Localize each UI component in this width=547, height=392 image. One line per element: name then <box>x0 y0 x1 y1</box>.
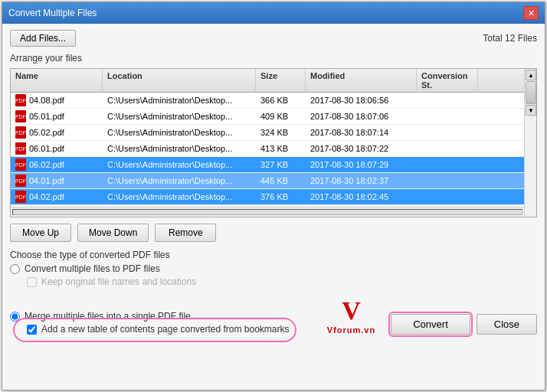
v-scroll-down-btn[interactable]: ▼ <box>526 105 536 116</box>
cell-name: PDF 06.02.pdf <box>11 157 103 172</box>
cell-location: C:\Users\Administrator\Desktop... <box>103 125 256 140</box>
cell-size: 409 KB <box>256 109 306 124</box>
v-scroll-up-btn[interactable]: ▲ <box>526 70 536 80</box>
pdf-icon: PDF <box>15 94 26 106</box>
keep-names-checkbox[interactable] <box>27 277 37 287</box>
window-title: Convert Multiple Files <box>8 8 97 18</box>
pdf-icon: PDF <box>15 158 26 171</box>
col-size: Size <box>256 69 306 92</box>
move-down-button[interactable]: Move Down <box>77 224 149 242</box>
cell-status <box>417 125 478 140</box>
pdf-icon: PDF <box>15 175 26 187</box>
table-row[interactable]: PDF 05.02.pdf C:\Users\Administrator\Des… <box>11 125 524 141</box>
close-window-button[interactable]: ✕ <box>523 6 539 20</box>
logo-v: V <box>342 296 361 325</box>
main-window: Convert Multiple Files ✕ Add Files... To… <box>2 2 545 390</box>
cell-size: 376 KB <box>256 189 306 204</box>
table-row[interactable]: PDF 06.02.pdf C:\Users\Administrator\Des… <box>11 157 524 173</box>
cell-location: C:\Users\Administrator\Desktop... <box>103 157 256 172</box>
cell-name: PDF 04.08.pdf <box>11 93 103 108</box>
radio2-row: Merge multiple files into a single PDF f… <box>10 311 327 322</box>
options-section: Choose the type of converted PDF files C… <box>10 250 537 287</box>
file-table-wrapper: Name Location Size Modified Conversion S… <box>10 68 537 217</box>
cell-location: C:\Users\Administrator\Desktop... <box>103 109 256 124</box>
cell-size: 324 KB <box>256 125 306 140</box>
table-row[interactable]: PDF 04.02.pdf C:\Users\Administrator\Des… <box>11 189 524 205</box>
content-area: Add Files... Total 12 Files Arrange your… <box>2 24 545 390</box>
remove-button[interactable]: Remove <box>155 224 216 242</box>
cell-modified: 2017-08-30 18:06:56 <box>306 93 417 108</box>
pdf-icon: PDF <box>15 110 26 122</box>
radio1-label[interactable]: Convert multiple files to PDF files <box>25 263 160 274</box>
file-table-main: Name Location Size Modified Conversion S… <box>11 69 524 217</box>
pdf-icon: PDF <box>15 191 26 203</box>
table-row[interactable]: PDF 04.08.pdf C:\Users\Administrator\Des… <box>11 93 524 109</box>
radio2-label[interactable]: Merge multiple files into a single PDF f… <box>25 311 191 322</box>
cell-modified: 2017-08-30 18:07:06 <box>306 109 417 124</box>
toc-checkbox[interactable] <box>27 325 37 335</box>
cell-name: PDF 05.01.pdf <box>11 109 103 124</box>
v-scrollbar-thumb[interactable] <box>526 81 536 104</box>
file-table-body: PDF 04.08.pdf C:\Users\Administrator\Des… <box>11 93 524 207</box>
options-title: Choose the type of converted PDF files <box>10 250 537 260</box>
file-table-header: Name Location Size Modified Conversion S… <box>11 69 524 93</box>
cell-modified: 2017-08-30 18:07:29 <box>306 157 417 172</box>
cell-size: 366 KB <box>256 93 306 108</box>
cell-modified: 2017-08-30 18:07:22 <box>306 141 417 156</box>
horizontal-scrollbar[interactable] <box>11 207 524 217</box>
cell-size: 413 KB <box>256 141 306 156</box>
radio-merge-single[interactable] <box>10 312 20 322</box>
table-row[interactable]: PDF 06.01.pdf C:\Users\Administrator\Des… <box>11 141 524 157</box>
convert-button[interactable]: Convert <box>391 314 470 335</box>
merge-section: Merge multiple files into a single PDF f… <box>10 309 327 335</box>
pdf-icon: PDF <box>15 126 26 139</box>
col-modified: Modified <box>306 69 417 92</box>
cell-modified: 2017-08-30 18:02:37 <box>306 173 417 188</box>
cell-status <box>417 93 478 108</box>
col-name: Name <box>11 69 103 92</box>
cell-modified: 2017-08-30 18:07:14 <box>306 125 417 140</box>
top-row: Add Files... Total 12 Files <box>10 30 537 47</box>
vertical-scrollbar[interactable]: ▲ ▼ <box>524 69 536 217</box>
move-up-button[interactable]: Move Up <box>10 224 71 242</box>
action-buttons-row: Move Up Move Down Remove <box>10 224 537 242</box>
convert-close-buttons: Convert Close <box>391 314 537 335</box>
cell-size: 445 KB <box>256 173 306 188</box>
radio1-row: Convert multiple files to PDF files <box>10 263 537 274</box>
cell-size: 327 KB <box>256 157 306 172</box>
cell-location: C:\Users\Administrator\Desktop... <box>103 93 256 108</box>
col-status: Conversion St. <box>417 69 478 92</box>
toc-label[interactable]: Add a new table of contents page convert… <box>41 324 290 335</box>
radio-convert-multiple[interactable] <box>10 264 20 274</box>
h-scrollbar-track[interactable] <box>12 209 522 215</box>
keep-names-row: Keep original file names and locations <box>27 276 537 287</box>
title-bar: Convert Multiple Files ✕ <box>2 2 545 24</box>
keep-names-label: Keep original file names and locations <box>41 276 196 287</box>
pdf-icon: PDF <box>15 142 26 155</box>
cell-status <box>417 173 478 188</box>
logo-area: V Vforum.vn <box>327 296 375 335</box>
add-files-button[interactable]: Add Files... <box>10 30 76 47</box>
cell-name: PDF 06.01.pdf <box>11 141 103 156</box>
cell-name: PDF 04.01.pdf <box>11 173 103 188</box>
cell-location: C:\Users\Administrator\Desktop... <box>103 173 256 188</box>
total-files-label: Total 12 Files <box>483 33 537 44</box>
cell-modified: 2017-08-30 18:02:45 <box>306 189 417 204</box>
cell-location: C:\Users\Administrator\Desktop... <box>103 189 256 204</box>
col-location: Location <box>103 69 256 92</box>
cell-status <box>417 157 478 172</box>
cell-name: PDF 04.02.pdf <box>11 189 103 204</box>
cell-status <box>417 109 478 124</box>
cell-name: PDF 05.02.pdf <box>11 125 103 140</box>
cell-location: C:\Users\Administrator\Desktop... <box>103 141 256 156</box>
close-button[interactable]: Close <box>477 314 537 335</box>
arrange-label: Arrange your files <box>10 53 537 64</box>
cell-status <box>417 141 478 156</box>
logo-text: Vforum.vn <box>327 325 375 335</box>
table-row[interactable]: PDF 05.01.pdf C:\Users\Administrator\Des… <box>11 109 524 125</box>
bottom-section: Merge multiple files into a single PDF f… <box>10 296 537 335</box>
cell-status <box>417 189 478 204</box>
table-row[interactable]: PDF 04.01.pdf C:\Users\Administrator\Des… <box>11 173 524 189</box>
checkbox-toc-row: Add a new table of contents page convert… <box>27 324 327 335</box>
